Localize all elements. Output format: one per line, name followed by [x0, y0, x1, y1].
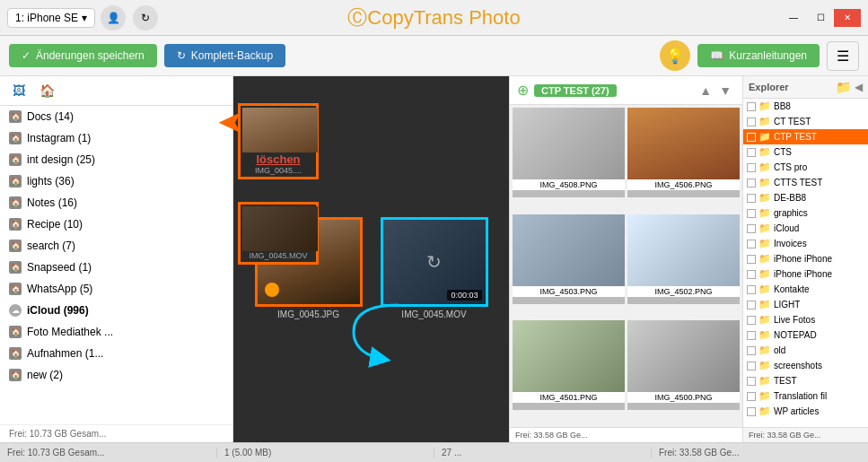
list-item[interactable]: 🏠 Snapseed (1) — [0, 257, 232, 278]
center-panel: ➤ löschen IMG_0045.... IMG_0045.MOV — [233, 76, 509, 442]
video-duration: 0:00:03 — [447, 290, 481, 301]
menu-button[interactable]: ☰ — [827, 41, 859, 71]
albums-tab[interactable]: 🏠 — [32, 80, 62, 101]
item-checkbox[interactable] — [747, 377, 756, 386]
scroll-up-icon[interactable]: ▲ — [696, 83, 715, 98]
item-checkbox[interactable] — [747, 240, 756, 248]
grid-photo-2[interactable]: IMG_4506.PNG — [627, 108, 740, 197]
minimize-button[interactable]: — — [780, 9, 807, 27]
backup-button[interactable]: ↻ Komplett-Backup — [164, 44, 285, 67]
explorer-item-active[interactable]: 📁 CTP TEST — [743, 129, 868, 144]
scroll-controls: ▲ ▼ — [696, 83, 735, 98]
list-item[interactable]: 🏠 Recipe (10) — [0, 214, 232, 235]
explorer-item-translation[interactable]: 📁 Translation fil — [743, 388, 868, 404]
list-item[interactable]: 🏠 WhatsApp (5) — [0, 278, 232, 300]
explorer-item[interactable]: 📁 old — [743, 343, 868, 358]
item-checkbox[interactable] — [747, 362, 756, 370]
explorer-item[interactable]: 📁 WP articles — [743, 404, 868, 419]
tips-button[interactable]: 💡 — [660, 40, 690, 71]
user-icon[interactable]: 👤 — [101, 5, 126, 31]
list-item[interactable]: 🏠 Foto Mediathek ... — [0, 321, 232, 343]
explorer-item[interactable]: 📁 CTS pro — [743, 160, 868, 175]
explorer-item[interactable]: 📁 CT TEST — [743, 114, 868, 129]
folder-icon: 📁 — [758, 207, 771, 219]
device-label: 1: iPhone SE — [15, 12, 78, 24]
status-right: Frei: 33.58 GB Ge... — [652, 448, 868, 458]
list-item[interactable]: 🏠 int design (25) — [0, 149, 232, 170]
explorer-item[interactable]: 📁 BB8 — [743, 99, 868, 114]
item-checkbox[interactable] — [747, 346, 756, 355]
item1-sublabel: IMG_0045.... — [242, 166, 314, 175]
folder-icon: 📁 — [758, 192, 771, 204]
item-checkbox[interactable] — [747, 270, 756, 279]
list-item[interactable]: 🏠 Docs (14) — [0, 106, 232, 127]
grid-photo-5[interactable]: IMG_4501.PNG — [513, 320, 625, 410]
list-item[interactable]: 🏠 Notes (16) — [0, 192, 232, 214]
device-selector[interactable]: 1: iPhone SE ▾ — [7, 8, 95, 28]
folder-icon: 🏠 — [9, 196, 22, 209]
item-checkbox[interactable] — [747, 194, 756, 203]
explorer-item-graphics[interactable]: 📁 graphics — [743, 205, 868, 221]
folder-icon: 🏠 — [9, 326, 22, 338]
explorer-folder-icon: 📁 — [836, 80, 851, 94]
explorer-item-iphone1[interactable]: 📁 iPhone iPhone — [743, 251, 868, 266]
maximize-button[interactable]: ☐ — [807, 9, 834, 27]
item-checkbox[interactable] — [747, 285, 756, 294]
grid-photo-1[interactable]: IMG_4508.PNG — [513, 108, 625, 197]
explorer-item[interactable]: 📁 DE-BB8 — [743, 190, 868, 205]
explorer-item[interactable]: 📁 CTTS TEST — [743, 175, 868, 190]
item-checkbox[interactable] — [747, 148, 756, 157]
list-item[interactable]: 🏠 Aufnahmen (1... — [0, 343, 232, 364]
titlebar-icons: 👤 ↻ — [101, 5, 158, 31]
explorer-item[interactable]: 📁 iCloud — [743, 221, 868, 236]
explorer-item[interactable]: 📁 NOTEPAD — [743, 327, 868, 343]
list-item[interactable]: 🏠 new (2) — [0, 364, 232, 386]
main-content: 🖼 🏠 🏠 Docs (14) 🏠 Instagram (1) 🏠 int de… — [0, 76, 868, 442]
photos-tab[interactable]: 🖼 — [5, 80, 32, 101]
left-panel: 🖼 🏠 🏠 Docs (14) 🏠 Instagram (1) 🏠 int de… — [0, 76, 233, 442]
explorer-item[interactable]: 📁 CTS — [743, 144, 868, 160]
folder-icon: 📁 — [758, 268, 771, 280]
item-checkbox[interactable] — [747, 255, 756, 264]
folder-icon: 📁 — [758, 146, 771, 158]
item2-label: IMG_0045.MOV — [242, 251, 314, 260]
grid-photo-6[interactable]: IMG_4500.PNG — [627, 320, 740, 410]
grid-photo-3[interactable]: IMG_4503.PNG — [513, 214, 625, 304]
explorer-item[interactable]: 📁 screenshots — [743, 358, 868, 373]
item-checkbox[interactable] — [747, 224, 756, 233]
list-item-icloud[interactable]: ☁ iCloud (996) — [0, 300, 232, 321]
item-checkbox[interactable] — [747, 407, 756, 416]
item-checkbox[interactable] — [747, 179, 756, 187]
explorer-item[interactable]: 📁 Kontakte — [743, 282, 868, 297]
item-checkbox[interactable] — [747, 331, 756, 340]
item-checkbox[interactable] — [747, 102, 756, 111]
item-checkbox[interactable] — [747, 133, 756, 142]
grid-photo-4[interactable]: IMG_4502.PNG — [627, 214, 740, 304]
explorer-item[interactable]: 📁 Live Fotos — [743, 312, 868, 327]
grid-label-3: IMG_4503.PNG — [513, 286, 625, 297]
left-item-1[interactable]: löschen IMG_0045.... — [238, 103, 319, 179]
scroll-down-icon[interactable]: ▼ — [715, 83, 735, 98]
folder-icon: 📁 — [758, 161, 771, 173]
list-item[interactable]: 🏠 search (7) — [0, 235, 232, 257]
add-icon[interactable]: ⊕ — [517, 82, 529, 99]
item-checkbox[interactable] — [747, 301, 756, 309]
list-item[interactable]: 🏠 Instagram (1) — [0, 127, 232, 149]
left-item-2[interactable]: IMG_0045.MOV — [238, 202, 319, 265]
item-checkbox[interactable] — [747, 209, 756, 218]
explorer-item[interactable]: 📁 LIGHT — [743, 297, 868, 312]
item-checkbox[interactable] — [747, 392, 756, 401]
list-item[interactable]: 🏠 lights (36) — [0, 170, 232, 192]
explorer-footer: Frei: 33.58 GB Ge... — [743, 427, 868, 442]
save-button[interactable]: ✓ Änderungen speichern — [9, 44, 157, 67]
item-checkbox[interactable] — [747, 118, 756, 126]
item-checkbox[interactable] — [747, 316, 756, 325]
guide-button[interactable]: 📖 Kurzanleitungen — [697, 44, 820, 67]
item-checkbox[interactable] — [747, 163, 756, 172]
explorer-item-iphone2[interactable]: 📁 iPhone iPhone — [743, 266, 868, 282]
explorer-item[interactable]: 📁 TEST — [743, 373, 868, 388]
close-button[interactable]: ✕ — [834, 9, 861, 27]
refresh-icon[interactable]: ↻ — [133, 5, 158, 31]
explorer-item[interactable]: 📁 Invoices — [743, 236, 868, 251]
explorer-collapse-button[interactable]: ◀ — [855, 81, 863, 93]
